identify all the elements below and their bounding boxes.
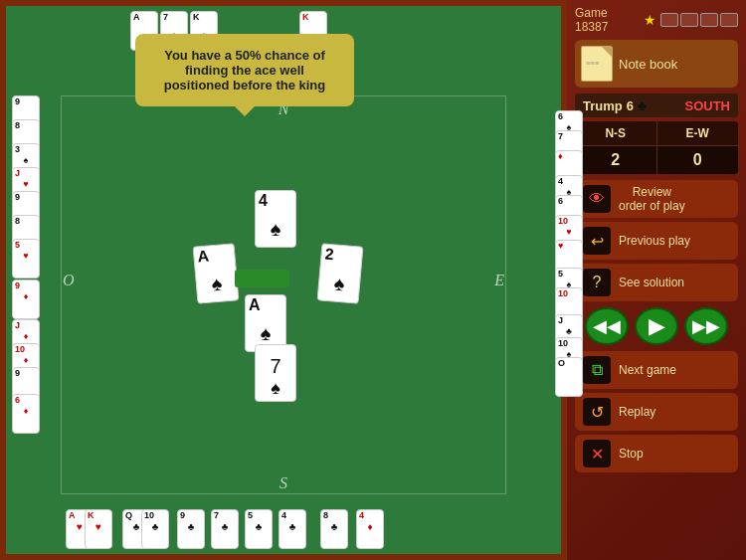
replay-label: Replay [619, 405, 655, 419]
next-game-button[interactable]: ⧉ Next game [575, 351, 738, 389]
ew-value: 0 [657, 146, 739, 174]
score-boxes [660, 13, 738, 27]
bottom-card-6: 7 ♣ [211, 509, 239, 549]
bottom-card-10: 4 ♦ [356, 509, 384, 549]
play-nav-button[interactable]: ▶ [635, 307, 678, 345]
eye-icon: 👁 [583, 185, 611, 213]
previous-play-button[interactable]: ↩ Previous play [575, 222, 738, 260]
bottom-card-2: K ♥ [85, 509, 112, 549]
next-game-label: Next game [619, 363, 676, 377]
stop-button[interactable]: ✕ Stop [575, 435, 738, 472]
trump-area: Trump 6 ♣ SOUTH [575, 93, 738, 117]
bottom-card-4: 10 ♣ [141, 509, 169, 549]
trump-direction: SOUTH [685, 98, 731, 113]
stop-label: Stop [619, 447, 644, 461]
replay-icon: ↺ [583, 398, 611, 426]
card-left-7: 5 ♥ [12, 239, 40, 279]
bottom-card-7: 5 ♣ [245, 509, 273, 549]
score-header-row: N-S E-W [575, 121, 738, 145]
previous-label: Previous play [619, 234, 690, 248]
notebook-icon: ≡≡≡ [581, 46, 613, 82]
star-icon: ★ [644, 12, 656, 28]
score-value-row: 2 0 [575, 146, 738, 174]
solution-label: See solution [619, 276, 684, 289]
ns-value: 2 [575, 146, 657, 174]
trick-card-east: 2 ♠ [317, 243, 364, 303]
green-marker [235, 270, 289, 287]
bottom-card-5: 9 ♣ [177, 509, 205, 549]
direction-south: S [280, 474, 287, 492]
score-box-4 [720, 13, 738, 27]
nav-buttons: ◀◀ ▶ ▶▶ [575, 307, 738, 345]
bottom-cards: A ♥ K ♥ Q ♣ 10 ♣ 9 ♣ 7 ♣ [66, 509, 384, 549]
trump-suit: ♣ [638, 97, 647, 113]
notebook-label: Note book [619, 57, 677, 72]
score-box-3 [700, 13, 718, 27]
notebook-area: ≡≡≡ Note book [575, 40, 738, 88]
direction-east: E [494, 272, 504, 289]
game-board: You have a 50% chance of finding the ace… [0, 0, 567, 560]
trick-card-west: A ♠ [193, 243, 240, 303]
card-left-13: 6 ♦ [12, 394, 40, 434]
tooltip-text: You have a 50% chance of finding the ace… [164, 48, 326, 93]
ns-header: N-S [575, 121, 657, 145]
stop-icon: ✕ [583, 440, 611, 467]
card-left-9: 9 ♦ [12, 280, 40, 319]
score-table: N-S E-W 2 0 [575, 121, 738, 174]
prev-nav-button[interactable]: ◀◀ [585, 307, 629, 345]
see-solution-button[interactable]: ? See solution [575, 264, 738, 301]
game-title: Game 18387 [575, 6, 640, 34]
next-game-icon: ⧉ [583, 356, 611, 384]
direction-west: O [63, 272, 75, 289]
bottom-card-8: 4 ♣ [279, 509, 306, 549]
ew-header: E-W [657, 121, 739, 145]
trick-card-north: 4 ♠ [255, 190, 296, 248]
bottom-card-9: 8 ♣ [320, 509, 348, 549]
review-label: Revieworder of play [619, 185, 685, 213]
review-button[interactable]: 👁 Revieworder of play [575, 180, 738, 218]
question-icon: ? [583, 269, 611, 296]
replay-button[interactable]: ↺ Replay [575, 393, 738, 431]
trump-label: Trump [583, 98, 623, 113]
card-right-12: O [555, 357, 583, 397]
score-box-2 [680, 13, 698, 27]
undo-icon: ↩ [583, 227, 611, 255]
sidebar: Game 18387 ★ ≡≡≡ Note book Trump 6 ♣ SOU… [567, 0, 746, 560]
trick-card-south2: 7 ♠ [255, 344, 296, 402]
center-trick: 4 ♠ A ♠ 2 ♠ A ♠ 7 ♠ [190, 190, 389, 389]
next-nav-button[interactable]: ▶▶ [684, 307, 728, 345]
game-header: Game 18387 ★ [575, 6, 738, 34]
score-box-1 [660, 13, 678, 27]
trump-value: 6 [627, 98, 634, 113]
tooltip-bubble: You have a 50% chance of finding the ace… [135, 34, 354, 106]
